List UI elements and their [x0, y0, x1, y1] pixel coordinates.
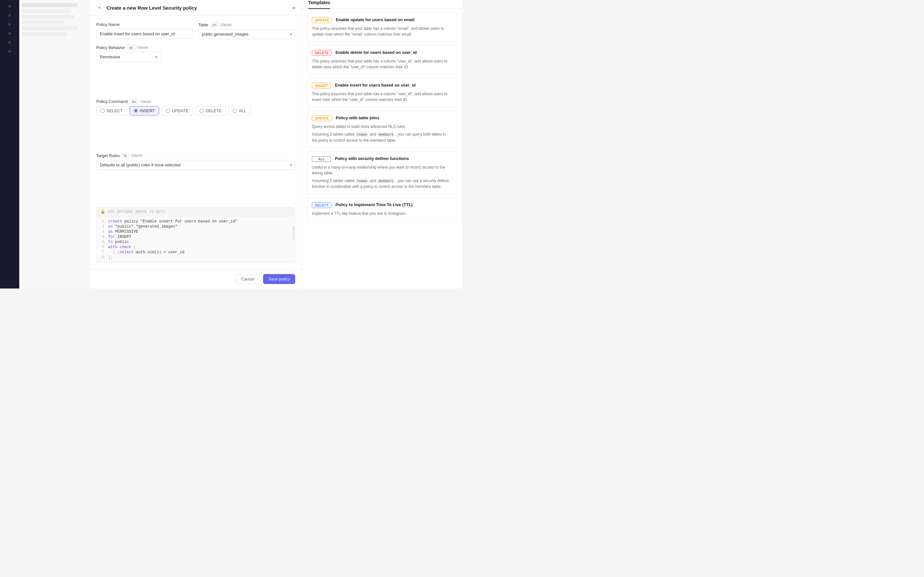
sidebar-dot	[8, 32, 11, 35]
left-nav-item	[22, 32, 67, 36]
badge-insert-user-id: INSERT	[312, 83, 331, 89]
sidebar	[0, 0, 19, 288]
left-nav-item	[22, 26, 78, 30]
radio-update-input[interactable]	[166, 109, 170, 113]
badge-ttl: SELECT	[312, 202, 331, 208]
radio-select-label: SELECT	[107, 108, 123, 113]
line-content-7: │ (select auth.uid()) = user_id	[108, 250, 295, 255]
line-num-3: 3	[97, 229, 108, 234]
sidebar-dot	[8, 41, 11, 44]
template-card-header: DELETE Enable delete for users based on …	[312, 50, 452, 56]
desc-table-joins-detail: Assuming 2 tables called teams and membe…	[312, 131, 452, 143]
title-table-joins: Policy with table joins	[336, 115, 452, 120]
line-content-5: to public	[108, 240, 295, 244]
template-card-update-email[interactable]: UPDATE Enable update for users based on …	[307, 13, 457, 42]
radio-delete[interactable]: DELETE	[195, 106, 226, 115]
line-content-8: );	[108, 255, 295, 259]
target-roles-clause-text: clause	[131, 153, 142, 158]
table-field: Table on clause public.generated_images …	[198, 22, 295, 39]
code-header: 🔒 USE OPTIONS ABOVE TO EDIT	[97, 207, 295, 216]
template-card-header: UPDATE Policy with table joins	[312, 115, 452, 121]
template-card-ttl[interactable]: SELECT Policy to implement Time To Live …	[307, 197, 457, 221]
teams-code-2: teams	[355, 179, 368, 183]
close-button[interactable]: ×	[96, 5, 103, 11]
radio-select-input[interactable]	[100, 109, 105, 113]
target-roles-label: Target Roles	[96, 153, 120, 158]
desc-table-joins: Query across tables to build more advanc…	[312, 124, 452, 129]
radio-insert[interactable]: INSERT	[129, 106, 159, 115]
desc-security-definer-detail: Assuming 2 tables called teams and membe…	[312, 178, 452, 190]
line-num-4: 4	[97, 235, 108, 239]
members-code-2: members	[377, 179, 395, 183]
table-clause-text: clause	[220, 23, 232, 27]
radio-insert-input[interactable]	[134, 109, 138, 113]
radio-all-label: ALL	[239, 108, 246, 113]
template-card-insert-user-id[interactable]: INSERT Enable insert for users based on …	[307, 78, 457, 107]
radio-all[interactable]: ALL	[228, 106, 250, 115]
badge-table-joins: UPDATE	[312, 115, 332, 121]
target-roles-select-wrapper: Defaults to all (public) roles if none s…	[96, 160, 295, 170]
target-roles-field: Target Roles to clause Defaults to all (…	[96, 153, 295, 201]
templates-panel: Templates UPDATE Enable update for users…	[302, 0, 462, 288]
main-content: × Create a new Row Level Security policy…	[90, 0, 302, 288]
title-security-definer: Policy with security definer functions	[335, 156, 452, 161]
policy-behavior-select[interactable]: Permissive Restrictive	[96, 52, 160, 62]
policy-behavior-select-wrapper: Permissive Restrictive ▾	[96, 52, 160, 62]
table-select[interactable]: public.generated_images	[198, 29, 295, 39]
lock-icon: 🔒	[100, 210, 105, 214]
code-line-3: 3 as PERMISSIVE	[97, 229, 295, 234]
line-num-2: 2	[97, 224, 108, 229]
code-editor: 🔒 USE OPTIONS ABOVE TO EDIT 1 create pol…	[96, 207, 295, 263]
desc-ttl: Implement a TTL-like feature that you se…	[312, 211, 452, 216]
table-select-wrapper: public.generated_images ▾	[198, 29, 295, 39]
for-badge: for	[129, 99, 138, 104]
dialog-footer: Cancel Save policy	[90, 269, 302, 288]
policy-name-input[interactable]	[96, 29, 193, 39]
code-line-6: 6 with check (	[97, 245, 295, 250]
policy-behavior-label-row: Policy Behavior as clause	[96, 45, 295, 50]
templates-list: UPDATE Enable update for users based on …	[302, 9, 462, 288]
line-num-6: 6	[97, 245, 108, 250]
policy-behavior-clause-text: clause	[137, 45, 148, 50]
target-roles-label-row: Target Roles to clause	[96, 153, 295, 158]
templates-tab[interactable]: Templates	[309, 0, 330, 9]
target-roles-select[interactable]: Defaults to all (public) roles if none s…	[96, 160, 295, 170]
members-code-1: members	[377, 132, 395, 137]
code-scrollbar[interactable]	[293, 226, 294, 239]
radio-update[interactable]: UPDATE	[162, 106, 193, 115]
save-policy-button[interactable]: Save policy	[263, 274, 295, 284]
line-content-3: as PERMISSIVE	[108, 229, 295, 234]
sidebar-dot	[8, 23, 11, 26]
template-card-table-joins[interactable]: UPDATE Policy with table joins Query acr…	[307, 111, 457, 148]
line-num-1: 1	[97, 219, 108, 224]
title-delete-user-id: Enable delete for users based on user_id	[335, 50, 452, 55]
expand-icon[interactable]: ⇥	[291, 5, 295, 11]
desc-update-email: This policy assumes that your table has …	[312, 26, 452, 37]
radio-all-input[interactable]	[233, 109, 237, 113]
policy-command-radio-group: SELECT INSERT UPDATE DELETE	[96, 106, 295, 115]
code-hint: USE OPTIONS ABOVE TO EDIT	[108, 210, 165, 214]
code-line-2: 2 on "public"."generated_images"	[97, 224, 295, 229]
as-badge: as	[127, 45, 136, 50]
left-nav-item	[22, 9, 71, 13]
policy-command-label-row: Policy Command for clause	[96, 99, 295, 104]
policy-command-label: Policy Command	[96, 99, 128, 104]
line-content-6: with check (	[108, 245, 295, 250]
policy-command-field: Policy Command for clause SELECT INSERT	[96, 99, 295, 147]
table-label: Table	[198, 23, 208, 27]
desc-delete-user-id: This policy assumes that your table has …	[312, 58, 452, 70]
title-insert-user-id: Enable insert for users based on user_id	[335, 83, 452, 87]
sidebar-dot	[8, 50, 11, 53]
cancel-button[interactable]: Cancel	[236, 274, 260, 284]
line-content-1: create policy "Enable insert for users b…	[108, 219, 295, 224]
title-update-email: Enable update for users based on email	[336, 17, 452, 22]
badge-security-definer: ALL	[312, 156, 331, 162]
template-card-delete-user-id[interactable]: DELETE Enable delete for users based on …	[307, 45, 457, 75]
radio-select[interactable]: SELECT	[96, 106, 127, 115]
radio-delete-input[interactable]	[200, 109, 204, 113]
policy-name-field: Policy Name	[96, 22, 193, 39]
badge-update-email: UPDATE	[312, 17, 332, 23]
template-card-security-definer[interactable]: ALL Policy with security definer functio…	[307, 151, 457, 195]
dialog-header: × Create a new Row Level Security policy…	[90, 0, 302, 16]
on-badge: on	[210, 22, 218, 27]
